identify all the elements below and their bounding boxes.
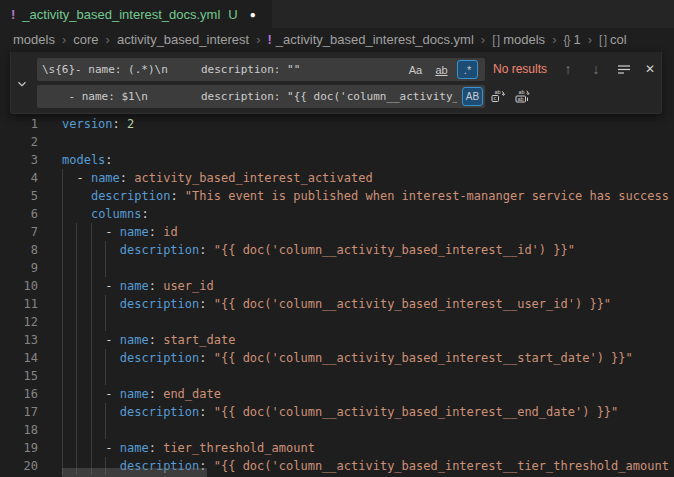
replace-input[interactable] bbox=[37, 85, 485, 108]
breadcrumb-item[interactable]: activity_based_interest bbox=[117, 32, 249, 47]
line-number[interactable]: 20 bbox=[0, 457, 38, 475]
line-number[interactable]: 4 bbox=[0, 169, 38, 187]
previous-match-button[interactable]: ↑ bbox=[557, 58, 579, 80]
line-number[interactable]: 16 bbox=[0, 385, 38, 403]
line-number[interactable]: 15 bbox=[0, 367, 38, 385]
code-line[interactable]: 11 description: "{{ doc('column__activit… bbox=[0, 295, 674, 313]
indent-guide-icon bbox=[105, 313, 106, 331]
code-line[interactable]: 12 bbox=[0, 313, 674, 331]
code-line[interactable]: 3models: bbox=[0, 151, 674, 169]
line-number[interactable]: 17 bbox=[0, 403, 38, 421]
code-text: description: "This event is published wh… bbox=[62, 187, 669, 205]
selection-lines-icon bbox=[616, 61, 632, 77]
code-text: - name: tier_threshold_amount bbox=[62, 439, 315, 457]
breadcrumb-item[interactable]: !_activity_based_interest_docs.yml bbox=[268, 32, 474, 47]
breadcrumb-label: _activity_based_interest_docs.yml bbox=[276, 32, 474, 47]
line-number[interactable]: 2 bbox=[0, 133, 38, 151]
indent-guide-icon bbox=[91, 367, 92, 385]
code-text: description: "{{ doc('column__activity_b… bbox=[62, 403, 618, 421]
code-text: description: "{{ doc('column__activity_b… bbox=[62, 349, 633, 367]
indent-guide-icon bbox=[91, 259, 92, 277]
code-text: description: "{{ doc('column__activity_b… bbox=[62, 241, 575, 259]
replace-all-icon: ab ab bbox=[514, 88, 530, 104]
line-number[interactable]: 1 bbox=[0, 115, 38, 133]
code-line[interactable]: 5 description: "This event is published … bbox=[0, 187, 674, 205]
indent-guide-icon bbox=[91, 313, 92, 331]
code-text: columns: bbox=[62, 205, 149, 223]
line-number[interactable]: 5 bbox=[0, 187, 38, 205]
whole-word-icon: ab bbox=[435, 64, 447, 76]
find-in-selection-button[interactable] bbox=[613, 58, 635, 80]
toggle-replace-button[interactable] bbox=[12, 74, 32, 94]
preserve-case-button[interactable]: AB bbox=[462, 87, 483, 106]
code-line[interactable]: 8 description: "{{ doc('column__activity… bbox=[0, 241, 674, 259]
code-line[interactable]: 4 - name: activity_based_interest_activa… bbox=[0, 169, 674, 187]
indent-guide-icon bbox=[62, 259, 63, 277]
breadcrumb-separator-icon: › bbox=[481, 32, 485, 47]
breadcrumb-item[interactable]: [ ]col bbox=[599, 32, 627, 47]
breadcrumb-label: col bbox=[610, 32, 627, 47]
next-match-button[interactable]: ↓ bbox=[585, 58, 607, 80]
line-number[interactable]: 18 bbox=[0, 421, 38, 439]
regex-button[interactable]: .* bbox=[457, 60, 478, 79]
code-text: models: bbox=[62, 151, 113, 169]
match-case-button[interactable]: Aa bbox=[405, 60, 426, 79]
horizontal-scrollbar-thumb[interactable] bbox=[62, 468, 207, 477]
breadcrumb-label: models bbox=[503, 32, 545, 47]
code-line[interactable]: 19 - name: tier_threshold_amount bbox=[0, 439, 674, 457]
whole-word-button[interactable]: ab bbox=[431, 60, 452, 79]
indent-guide-icon bbox=[105, 259, 106, 277]
line-number[interactable]: 9 bbox=[0, 259, 38, 277]
line-number[interactable]: 7 bbox=[0, 223, 38, 241]
line-number[interactable]: 3 bbox=[0, 151, 38, 169]
modified-dot-icon[interactable]: ● bbox=[250, 9, 256, 20]
indent-guide-icon bbox=[76, 421, 77, 439]
code-line[interactable]: 18 bbox=[0, 421, 674, 439]
indent-guide-icon bbox=[76, 367, 77, 385]
code-line[interactable]: 13 - name: start_date bbox=[0, 331, 674, 349]
code-line[interactable]: 7 - name: id bbox=[0, 223, 674, 241]
symbol-array-icon: [ ] bbox=[492, 33, 499, 47]
line-number[interactable]: 13 bbox=[0, 331, 38, 349]
code-line[interactable]: 14 description: "{{ doc('column__activit… bbox=[0, 349, 674, 367]
breadcrumb-separator-icon: › bbox=[62, 32, 66, 47]
editor-code-area[interactable]: 1version: 223models:4 - name: activity_b… bbox=[0, 115, 674, 477]
code-text: - name: activity_based_interest_activate… bbox=[62, 169, 373, 187]
indent-guide-icon bbox=[105, 421, 106, 439]
code-line[interactable]: 6 columns: bbox=[0, 205, 674, 223]
breadcrumb-label: 1 bbox=[573, 32, 580, 47]
code-text: - name: user_id bbox=[62, 277, 214, 295]
replace-one-button[interactable]: ab c bbox=[487, 85, 509, 107]
indent-guide-icon bbox=[62, 313, 63, 331]
code-line[interactable]: 1version: 2 bbox=[0, 115, 674, 133]
code-line[interactable]: 2 bbox=[0, 133, 674, 151]
breadcrumb-label: core bbox=[73, 32, 98, 47]
close-find-button[interactable]: ✕ bbox=[639, 58, 661, 80]
line-number[interactable]: 10 bbox=[0, 277, 38, 295]
code-line[interactable]: 16 - name: end_date bbox=[0, 385, 674, 403]
code-line[interactable]: 10 - name: user_id bbox=[0, 277, 674, 295]
breadcrumb-item[interactable]: [ ]models bbox=[492, 32, 545, 47]
indent-guide-icon bbox=[76, 313, 77, 331]
tab-activity-based-interest-docs[interactable]: ! _activity_based_interest_docs.yml U ● bbox=[0, 0, 272, 28]
line-number[interactable]: 14 bbox=[0, 349, 38, 367]
symbol-array-icon: [ ] bbox=[599, 33, 606, 47]
breadcrumb-item[interactable]: {}1 bbox=[563, 32, 580, 47]
breadcrumb-separator-icon: › bbox=[256, 32, 260, 47]
line-number[interactable]: 12 bbox=[0, 313, 38, 331]
indent-guide-icon bbox=[105, 367, 106, 385]
code-line[interactable]: 15 bbox=[0, 367, 674, 385]
line-number[interactable]: 6 bbox=[0, 205, 38, 223]
breadcrumb-item[interactable]: models bbox=[13, 32, 55, 47]
code-line[interactable]: 17 description: "{{ doc('column__activit… bbox=[0, 403, 674, 421]
breadcrumb-item[interactable]: core bbox=[73, 32, 98, 47]
line-number[interactable]: 19 bbox=[0, 439, 38, 457]
svg-text:ab: ab bbox=[519, 89, 525, 95]
svg-text:ab: ab bbox=[495, 89, 501, 95]
line-number[interactable]: 8 bbox=[0, 241, 38, 259]
preserve-case-icon: AB bbox=[466, 91, 479, 102]
code-line[interactable]: 9 bbox=[0, 259, 674, 277]
line-number[interactable]: 11 bbox=[0, 295, 38, 313]
replace-all-button[interactable]: ab ab bbox=[511, 85, 533, 107]
code-text: version: 2 bbox=[62, 115, 134, 133]
